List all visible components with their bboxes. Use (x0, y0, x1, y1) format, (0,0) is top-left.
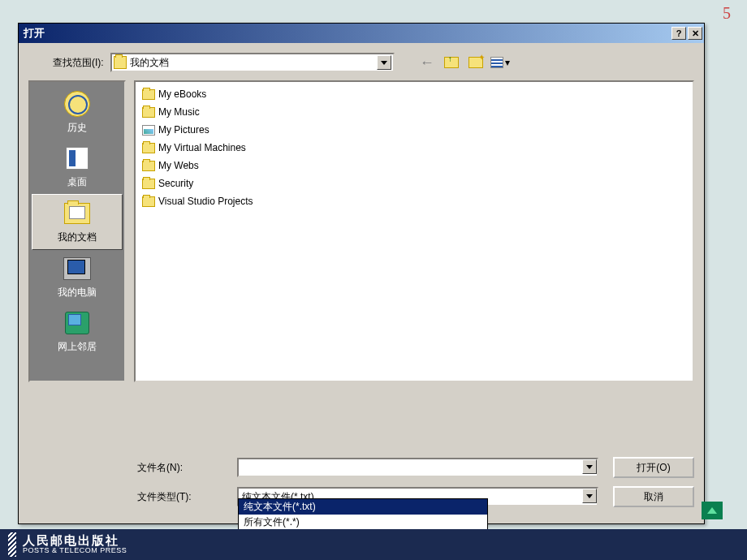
filename-value (239, 459, 582, 476)
place-label: 桌面 (67, 175, 87, 189)
folder-icon (142, 196, 155, 207)
footer: 人民邮电出版社 POSTS & TELECOM PRESS (0, 529, 747, 560)
footer-stripes-icon (8, 532, 16, 557)
titlebar: 打开 ? ✕ (19, 24, 704, 43)
list-item[interactable]: My eBooks (139, 85, 689, 103)
dropdown-option[interactable]: 纯文本文件(*.txt) (239, 499, 487, 515)
help-button[interactable]: ? (671, 27, 686, 40)
mydocs-icon (64, 203, 90, 224)
place-label: 历史 (67, 121, 87, 135)
list-item[interactable]: Visual Studio Projects (139, 192, 689, 210)
list-item[interactable]: My Pictures (139, 121, 689, 139)
desktop-icon (66, 147, 89, 170)
chevron-down-icon: ▾ (505, 57, 510, 68)
nav-up-button[interactable] (702, 502, 723, 519)
lookin-combo[interactable]: 我的文档 (110, 53, 395, 72)
folder-icon (142, 179, 155, 189)
file-list[interactable]: My eBooks My Music My Pictures My Virtua… (134, 80, 694, 382)
page-number: 5 (723, 4, 731, 23)
places-bar: 历史 桌面 我的文档 我的电脑 网上邻居 (28, 80, 126, 382)
place-history[interactable]: 历史 (30, 85, 124, 140)
place-label: 网上邻居 (58, 340, 97, 354)
folder-icon (114, 56, 127, 69)
folder-icon (142, 143, 155, 153)
place-network[interactable]: 网上邻居 (30, 304, 124, 359)
lookin-label: 查找范围(I): (53, 56, 104, 70)
publisher-en: POSTS & TELECOM PRESS (23, 547, 127, 555)
network-icon (65, 312, 89, 334)
filename-input[interactable] (237, 458, 598, 477)
filetype-label: 文件类型(T): (137, 490, 222, 504)
back-button[interactable]: ← (417, 54, 437, 71)
place-mydocs[interactable]: 我的文档 (32, 194, 123, 250)
open-dialog: 打开 ? ✕ 查找范围(I): 我的文档 ← ▾ (18, 23, 705, 524)
dialog-title: 打开 (24, 26, 671, 41)
filename-label: 文件名(N): (137, 461, 222, 475)
views-button[interactable]: ▾ (490, 54, 510, 71)
new-folder-button[interactable] (466, 54, 486, 71)
open-button[interactable]: 打开(O) (613, 457, 694, 478)
folder-icon (142, 89, 155, 100)
up-folder-icon (444, 57, 459, 68)
computer-icon (63, 257, 91, 280)
publisher-cn: 人民邮电出版社 (23, 534, 127, 548)
cancel-button[interactable]: 取消 (613, 486, 694, 507)
filetype-dropdown-button[interactable] (582, 489, 597, 503)
place-desktop[interactable]: 桌面 (30, 140, 124, 194)
back-arrow-icon: ← (420, 54, 434, 71)
lookin-dropdown-button[interactable] (377, 55, 391, 70)
folder-icon (142, 107, 155, 118)
filename-dropdown-button[interactable] (582, 459, 597, 474)
history-icon (64, 91, 90, 117)
list-item[interactable]: Security (139, 174, 689, 192)
lookin-value: 我的文档 (130, 56, 377, 70)
folder-icon (142, 161, 155, 171)
place-label: 我的文档 (58, 230, 97, 244)
pictures-icon (142, 125, 155, 136)
close-button[interactable]: ✕ (688, 27, 702, 40)
new-folder-icon (468, 57, 483, 68)
dropdown-option[interactable]: 所有文件(*.*) (239, 515, 487, 530)
views-icon (490, 57, 503, 68)
list-item[interactable]: My Virtual Machines (139, 139, 689, 157)
place-computer[interactable]: 我的电脑 (30, 250, 124, 304)
list-item[interactable]: My Music (139, 103, 689, 121)
filetype-dropdown-list[interactable]: 纯文本文件(*.txt) 所有文件(*.*) (238, 498, 488, 531)
list-item[interactable]: My Webs (139, 157, 689, 174)
place-label: 我的电脑 (58, 286, 97, 299)
up-folder-button[interactable] (442, 54, 461, 71)
